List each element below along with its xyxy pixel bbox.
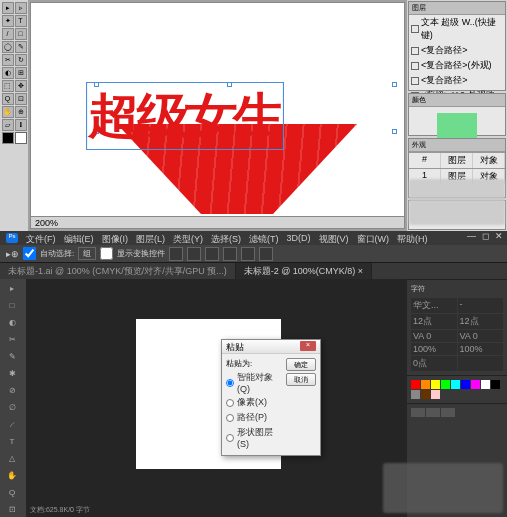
tab-doc1[interactable]: 未标题-1.ai @ 100% (CMYK/预览/对齐/共享/GPU 预...) — [0, 263, 236, 279]
swatch[interactable] — [471, 380, 480, 389]
selection-handle[interactable] — [392, 82, 397, 87]
font-field[interactable]: 华文... — [411, 298, 457, 313]
tool-zoom[interactable]: Q — [2, 485, 22, 501]
selection-handle[interactable] — [392, 129, 397, 134]
tool-grid[interactable]: ⊞ — [15, 67, 27, 79]
visibility-icon[interactable] — [411, 47, 419, 55]
tool-heal[interactable]: ✱ — [2, 366, 22, 382]
layer-row[interactable]: <复合路径> — [409, 43, 505, 58]
tool-type[interactable]: T — [2, 434, 22, 450]
char-panel-title[interactable]: 字符 — [409, 282, 505, 296]
menu-3d[interactable]: 3D(D) — [287, 233, 311, 243]
zoom-level[interactable]: 200% — [35, 218, 58, 228]
auto-select-check[interactable] — [23, 247, 36, 260]
menu-image[interactable]: 图像(I) — [102, 233, 129, 243]
close-icon[interactable]: × — [300, 341, 316, 351]
group-label[interactable]: 组 — [78, 247, 96, 260]
tool-brush[interactable]: ✎ — [15, 41, 27, 53]
swatch[interactable] — [421, 390, 430, 399]
tool-artboard[interactable]: ⊡ — [15, 93, 27, 105]
menu-select[interactable]: 选择(S) — [211, 233, 241, 243]
menu-layer[interactable]: 图层(L) — [136, 233, 165, 243]
tool-crop[interactable]: ✂ — [2, 332, 22, 348]
layer-icon[interactable] — [411, 408, 425, 417]
tool-lasso[interactable]: ◐ — [2, 315, 22, 331]
tool-hand[interactable]: ✋ — [2, 468, 22, 484]
tool-rotate[interactable]: ↻ — [15, 54, 27, 66]
swatch[interactable] — [431, 380, 440, 389]
tab-doc2[interactable]: 未标题-2 @ 100%(CMYK/8) × — [236, 263, 372, 279]
swatch[interactable] — [451, 380, 460, 389]
tool-zoom[interactable]: Q — [2, 93, 14, 105]
size-field[interactable]: 12点 — [411, 314, 457, 329]
layers-panel-title[interactable]: 图层 — [409, 2, 505, 15]
menu-file[interactable]: 文件(F) — [26, 233, 56, 243]
track-field[interactable]: VA 0 — [458, 330, 504, 342]
menu-view[interactable]: 视图(V) — [319, 233, 349, 243]
vscale-field[interactable]: 100% — [411, 343, 457, 355]
align-icon[interactable] — [187, 247, 201, 261]
hscale-field[interactable]: 100% — [458, 343, 504, 355]
cancel-button[interactable]: 取消 — [286, 373, 316, 386]
layer-icon[interactable] — [426, 408, 440, 417]
tool-select[interactable]: ▸ — [2, 2, 14, 14]
layer-row[interactable]: <复合路径> — [409, 73, 505, 88]
swatch[interactable] — [481, 380, 490, 389]
menu-edit[interactable]: 编辑(E) — [64, 233, 94, 243]
leading-field[interactable]: 12点 — [458, 314, 504, 329]
appearance-panel-title[interactable]: 外观 — [409, 139, 505, 152]
menu-window[interactable]: 窗口(W) — [357, 233, 390, 243]
align-icon[interactable] — [169, 247, 183, 261]
layer-icon[interactable] — [441, 408, 455, 417]
tool-brush[interactable]: ⊘ — [2, 383, 22, 399]
ps-logo-icon[interactable]: Ps — [6, 233, 18, 243]
tool-magic[interactable]: ✦ — [2, 15, 14, 27]
close-icon[interactable]: ✕ — [495, 231, 503, 241]
swatch[interactable] — [491, 380, 500, 389]
align-icon[interactable] — [259, 247, 273, 261]
style-field[interactable]: - — [458, 298, 504, 313]
kern-field[interactable]: VA 0 — [411, 330, 457, 342]
tool-marquee[interactable]: □ — [2, 298, 22, 314]
swatch[interactable] — [431, 390, 440, 399]
tool-stamp[interactable]: ∅ — [2, 400, 22, 416]
tool-eyedrop[interactable]: ⊕ — [15, 106, 27, 118]
swatch[interactable] — [421, 380, 430, 389]
menu-type[interactable]: 类型(Y) — [173, 233, 203, 243]
tool-type[interactable]: T — [15, 15, 27, 27]
menu-help[interactable]: 帮助(H) — [397, 233, 428, 243]
tool-scissors[interactable]: ✂ — [2, 54, 14, 66]
opt-path[interactable]: 路径(P) — [226, 411, 282, 424]
tool-mesh[interactable]: ⬚ — [2, 80, 14, 92]
dialog-titlebar[interactable]: 粘贴 × — [222, 340, 320, 354]
baseline-field[interactable]: 0点 — [411, 356, 457, 371]
visibility-icon[interactable] — [411, 77, 419, 85]
ok-button[interactable]: 确定 — [286, 358, 316, 371]
tool-eyedrop[interactable]: ✎ — [2, 349, 22, 365]
tool-ellipse[interactable]: ◯ — [2, 41, 14, 53]
menu-filter[interactable]: 滤镜(T) — [249, 233, 279, 243]
move-tool-icon[interactable]: ▸⊕ — [6, 249, 19, 259]
opt-pixel[interactable]: 像素(X) — [226, 396, 282, 409]
color-field[interactable] — [458, 356, 504, 371]
layer-row[interactable]: 文本 超级 W..(快捷键) — [409, 15, 505, 43]
tool-gradient[interactable]: ✥ — [15, 80, 27, 92]
tool-hand[interactable]: ✋ — [2, 106, 14, 118]
maximize-icon[interactable]: ◻ — [482, 231, 489, 241]
tool-shape[interactable]: ⊡ — [2, 502, 22, 517]
tool-pen[interactable]: △ — [2, 451, 22, 467]
layer-row[interactable]: <复合路径>(外观) — [409, 58, 505, 73]
opt-shape[interactable]: 形状图层(S) — [226, 426, 282, 449]
swatch[interactable] — [411, 390, 420, 399]
stroke-swatch[interactable] — [15, 132, 27, 144]
swatch[interactable] — [441, 380, 450, 389]
color-panel-title[interactable]: 颜色 — [409, 94, 505, 107]
ai-canvas[interactable]: 超级女生 — [37, 9, 398, 214]
main-text[interactable]: 超级女生 — [88, 84, 282, 148]
tool-eraser[interactable]: ⟋ — [2, 417, 22, 433]
tool-slice[interactable]: ⫿ — [15, 119, 27, 131]
tool-rect[interactable]: □ — [15, 28, 27, 40]
fill-swatch[interactable] — [2, 132, 14, 144]
swatch[interactable] — [461, 380, 470, 389]
minimize-icon[interactable]: — — [467, 231, 476, 241]
